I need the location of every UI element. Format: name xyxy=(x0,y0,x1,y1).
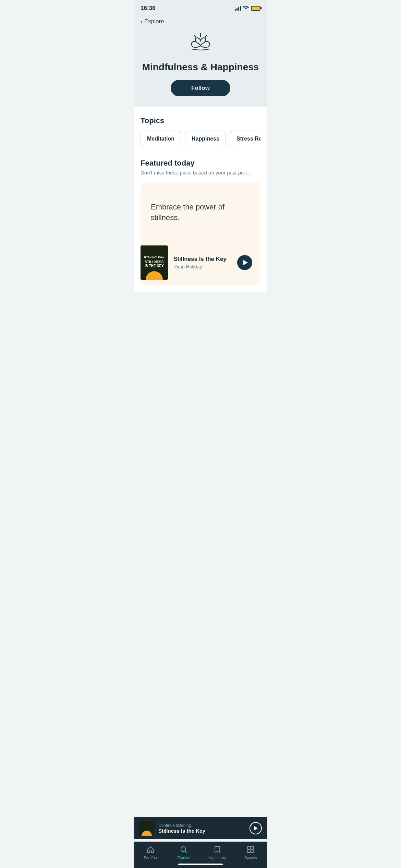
lotus-icon xyxy=(187,32,214,56)
header-section: ‹ Explore Mindfulness & Happiness Follow xyxy=(134,14,267,107)
featured-quote-area: Embrace the power of stillness. xyxy=(141,182,260,240)
topic-chip-meditation[interactable]: Meditation xyxy=(141,131,181,147)
featured-title: Featured today xyxy=(141,159,260,168)
back-label: Explore xyxy=(144,18,164,25)
featured-section: Featured today Don't miss these picks ba… xyxy=(141,159,260,292)
topics-section: Topics Meditation Happiness Stress Reduc… xyxy=(141,116,260,148)
hero-area: Mindfulness & Happiness Follow xyxy=(141,32,260,96)
follow-button[interactable]: Follow xyxy=(171,80,230,96)
featured-book-row: RYAN HOLIDAY STILLNESS IS THE KEY Stilln… xyxy=(141,240,260,285)
svg-line-2 xyxy=(205,35,207,38)
featured-quote: Embrace the power of stillness. xyxy=(151,202,250,223)
topic-chip-stress-reduction[interactable]: Stress Reduction xyxy=(230,131,260,147)
book-info: Stillness Is the Key Ryan Holiday xyxy=(173,256,232,269)
featured-subtitle: Don't miss these picks based on your pas… xyxy=(141,170,260,176)
back-chevron-icon: ‹ xyxy=(141,18,143,25)
status-time: 16:36 xyxy=(141,5,155,12)
signal-icon xyxy=(235,6,241,11)
hero-title: Mindfulness & Happiness xyxy=(142,61,259,73)
book-author: Ryan Holiday xyxy=(173,264,232,269)
main-content: Topics Meditation Happiness Stress Reduc… xyxy=(134,107,267,292)
status-icons xyxy=(235,6,260,11)
featured-card[interactable]: Embrace the power of stillness. RYAN HOL… xyxy=(141,182,260,285)
topics-row: Meditation Happiness Stress Reduction xyxy=(141,131,260,148)
play-icon xyxy=(243,260,248,265)
play-button[interactable] xyxy=(237,255,252,270)
svg-line-1 xyxy=(194,35,196,38)
topic-chip-happiness[interactable]: Happiness xyxy=(185,131,226,147)
status-bar: 16:36 xyxy=(134,0,267,14)
book-cover-title-text: STILLNESS IS THE KEY xyxy=(143,260,165,268)
battery-icon xyxy=(251,6,260,11)
book-cover-author: RYAN HOLIDAY xyxy=(144,256,164,259)
topics-title: Topics xyxy=(141,116,260,125)
wifi-icon xyxy=(243,6,249,11)
book-cover: RYAN HOLIDAY STILLNESS IS THE KEY xyxy=(141,245,168,280)
book-title: Stillness Is the Key xyxy=(173,256,232,263)
back-button[interactable]: ‹ Explore xyxy=(141,18,260,25)
